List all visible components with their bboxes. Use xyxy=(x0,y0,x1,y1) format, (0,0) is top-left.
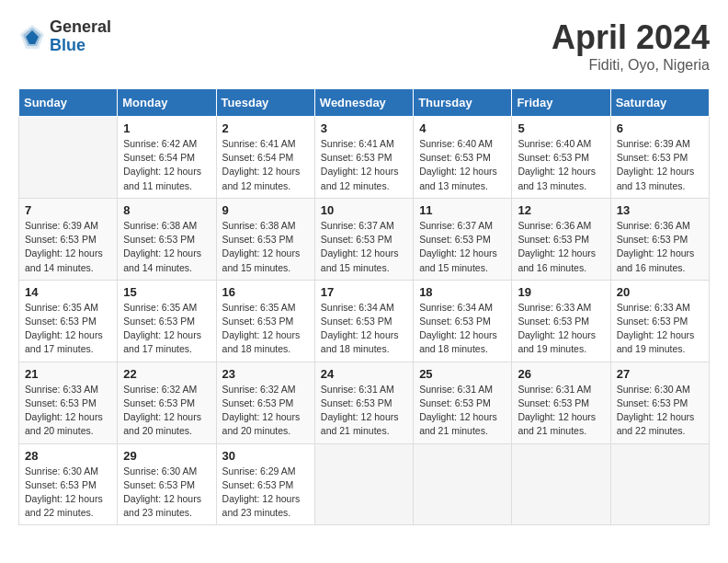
calendar-day-cell: 10Sunrise: 6:37 AMSunset: 6:53 PMDayligh… xyxy=(314,198,413,280)
calendar-header-row: SundayMondayTuesdayWednesdayThursdayFrid… xyxy=(19,89,710,117)
logo: General Blue xyxy=(18,18,111,55)
day-detail: Sunrise: 6:31 AMSunset: 6:53 PMDaylight:… xyxy=(321,383,407,439)
day-number: 5 xyxy=(518,121,604,135)
day-detail: Sunrise: 6:36 AMSunset: 6:53 PMDaylight:… xyxy=(617,219,703,275)
day-detail: Sunrise: 6:33 AMSunset: 6:53 PMDaylight:… xyxy=(25,383,111,439)
day-number: 9 xyxy=(222,203,309,217)
day-number: 15 xyxy=(123,285,210,299)
day-number: 6 xyxy=(617,121,703,135)
day-detail: Sunrise: 6:31 AMSunset: 6:53 PMDaylight:… xyxy=(518,383,604,439)
day-number: 10 xyxy=(321,203,407,217)
logo-icon xyxy=(18,23,46,51)
logo-blue: Blue xyxy=(50,37,111,55)
day-number: 25 xyxy=(419,367,506,381)
page-header: General Blue April 2024 Fiditi, Oyo, Nig… xyxy=(18,18,710,74)
title-block: April 2024 Fiditi, Oyo, Nigeria xyxy=(552,18,710,74)
calendar-week-row: 1Sunrise: 6:42 AMSunset: 6:54 PMDaylight… xyxy=(19,117,710,199)
day-number: 28 xyxy=(25,449,111,463)
calendar-day-cell: 22Sunrise: 6:32 AMSunset: 6:53 PMDayligh… xyxy=(118,362,216,443)
day-number: 29 xyxy=(123,449,210,463)
day-detail: Sunrise: 6:40 AMSunset: 6:53 PMDaylight:… xyxy=(518,137,604,193)
calendar-day-cell: 6Sunrise: 6:39 AMSunset: 6:53 PMDaylight… xyxy=(610,117,709,199)
day-number: 4 xyxy=(419,121,506,135)
day-detail: Sunrise: 6:35 AMSunset: 6:53 PMDaylight:… xyxy=(123,301,210,357)
calendar-day-cell: 19Sunrise: 6:33 AMSunset: 6:53 PMDayligh… xyxy=(512,280,610,362)
day-number: 18 xyxy=(419,285,506,299)
day-detail: Sunrise: 6:36 AMSunset: 6:53 PMDaylight:… xyxy=(518,219,604,275)
calendar-day-cell: 9Sunrise: 6:38 AMSunset: 6:53 PMDaylight… xyxy=(216,198,314,280)
calendar-day-cell: 29Sunrise: 6:30 AMSunset: 6:53 PMDayligh… xyxy=(118,443,216,525)
calendar-day-cell xyxy=(414,443,512,525)
day-number: 3 xyxy=(321,121,407,135)
calendar-day-cell xyxy=(512,443,610,525)
calendar-day-cell: 2Sunrise: 6:41 AMSunset: 6:54 PMDaylight… xyxy=(216,117,314,199)
day-number: 23 xyxy=(222,367,309,381)
day-detail: Sunrise: 6:38 AMSunset: 6:53 PMDaylight:… xyxy=(123,219,210,275)
calendar-day-cell: 25Sunrise: 6:31 AMSunset: 6:53 PMDayligh… xyxy=(414,362,512,443)
location-title: Fiditi, Oyo, Nigeria xyxy=(552,57,710,74)
day-number: 19 xyxy=(518,285,604,299)
calendar-day-cell: 11Sunrise: 6:37 AMSunset: 6:53 PMDayligh… xyxy=(414,198,512,280)
day-detail: Sunrise: 6:37 AMSunset: 6:53 PMDaylight:… xyxy=(321,219,407,275)
calendar-week-row: 21Sunrise: 6:33 AMSunset: 6:53 PMDayligh… xyxy=(19,362,710,443)
day-of-week-header: Wednesday xyxy=(314,89,413,117)
day-number: 30 xyxy=(222,449,309,463)
day-detail: Sunrise: 6:39 AMSunset: 6:53 PMDaylight:… xyxy=(25,219,111,275)
day-of-week-header: Tuesday xyxy=(216,89,314,117)
day-number: 2 xyxy=(222,121,309,135)
day-number: 20 xyxy=(617,285,703,299)
calendar-day-cell: 7Sunrise: 6:39 AMSunset: 6:53 PMDaylight… xyxy=(19,198,118,280)
day-number: 26 xyxy=(518,367,604,381)
day-number: 14 xyxy=(25,285,111,299)
calendar-day-cell: 24Sunrise: 6:31 AMSunset: 6:53 PMDayligh… xyxy=(314,362,413,443)
calendar-day-cell: 28Sunrise: 6:30 AMSunset: 6:53 PMDayligh… xyxy=(19,443,118,525)
day-of-week-header: Sunday xyxy=(19,89,118,117)
calendar-day-cell: 26Sunrise: 6:31 AMSunset: 6:53 PMDayligh… xyxy=(512,362,610,443)
day-detail: Sunrise: 6:41 AMSunset: 6:54 PMDaylight:… xyxy=(222,137,309,193)
calendar-day-cell: 30Sunrise: 6:29 AMSunset: 6:53 PMDayligh… xyxy=(216,443,314,525)
day-of-week-header: Saturday xyxy=(610,89,709,117)
calendar-day-cell xyxy=(19,117,118,199)
calendar-day-cell: 3Sunrise: 6:41 AMSunset: 6:53 PMDaylight… xyxy=(314,117,413,199)
day-detail: Sunrise: 6:35 AMSunset: 6:53 PMDaylight:… xyxy=(25,301,111,357)
day-detail: Sunrise: 6:32 AMSunset: 6:53 PMDaylight:… xyxy=(222,383,309,439)
day-detail: Sunrise: 6:31 AMSunset: 6:53 PMDaylight:… xyxy=(419,383,506,439)
day-of-week-header: Thursday xyxy=(414,89,512,117)
day-detail: Sunrise: 6:29 AMSunset: 6:53 PMDaylight:… xyxy=(222,465,309,521)
day-detail: Sunrise: 6:30 AMSunset: 6:53 PMDaylight:… xyxy=(25,465,111,521)
day-number: 12 xyxy=(518,203,604,217)
day-number: 24 xyxy=(321,367,407,381)
calendar-day-cell: 5Sunrise: 6:40 AMSunset: 6:53 PMDaylight… xyxy=(512,117,610,199)
calendar-day-cell: 27Sunrise: 6:30 AMSunset: 6:53 PMDayligh… xyxy=(610,362,709,443)
day-of-week-header: Monday xyxy=(118,89,216,117)
day-detail: Sunrise: 6:32 AMSunset: 6:53 PMDaylight:… xyxy=(123,383,210,439)
calendar-day-cell: 17Sunrise: 6:34 AMSunset: 6:53 PMDayligh… xyxy=(314,280,413,362)
day-number: 7 xyxy=(25,203,111,217)
day-number: 21 xyxy=(25,367,111,381)
day-number: 27 xyxy=(617,367,703,381)
calendar-day-cell: 1Sunrise: 6:42 AMSunset: 6:54 PMDaylight… xyxy=(118,117,216,199)
day-detail: Sunrise: 6:33 AMSunset: 6:53 PMDaylight:… xyxy=(617,301,703,357)
day-number: 13 xyxy=(617,203,703,217)
calendar-day-cell xyxy=(314,443,413,525)
calendar-day-cell: 4Sunrise: 6:40 AMSunset: 6:53 PMDaylight… xyxy=(414,117,512,199)
calendar-table: SundayMondayTuesdayWednesdayThursdayFrid… xyxy=(18,88,710,525)
calendar-week-row: 14Sunrise: 6:35 AMSunset: 6:53 PMDayligh… xyxy=(19,280,710,362)
day-number: 11 xyxy=(419,203,506,217)
calendar-week-row: 28Sunrise: 6:30 AMSunset: 6:53 PMDayligh… xyxy=(19,443,710,525)
month-title: April 2024 xyxy=(552,18,710,57)
day-detail: Sunrise: 6:40 AMSunset: 6:53 PMDaylight:… xyxy=(419,137,506,193)
day-detail: Sunrise: 6:34 AMSunset: 6:53 PMDaylight:… xyxy=(321,301,407,357)
day-detail: Sunrise: 6:42 AMSunset: 6:54 PMDaylight:… xyxy=(123,137,210,193)
day-detail: Sunrise: 6:38 AMSunset: 6:53 PMDaylight:… xyxy=(222,219,309,275)
calendar-day-cell: 15Sunrise: 6:35 AMSunset: 6:53 PMDayligh… xyxy=(118,280,216,362)
calendar-day-cell: 18Sunrise: 6:34 AMSunset: 6:53 PMDayligh… xyxy=(414,280,512,362)
day-detail: Sunrise: 6:30 AMSunset: 6:53 PMDaylight:… xyxy=(617,383,703,439)
day-of-week-header: Friday xyxy=(512,89,610,117)
calendar-day-cell: 12Sunrise: 6:36 AMSunset: 6:53 PMDayligh… xyxy=(512,198,610,280)
day-detail: Sunrise: 6:30 AMSunset: 6:53 PMDaylight:… xyxy=(123,465,210,521)
logo-general: General xyxy=(50,18,111,37)
day-detail: Sunrise: 6:39 AMSunset: 6:53 PMDaylight:… xyxy=(617,137,703,193)
calendar-day-cell: 20Sunrise: 6:33 AMSunset: 6:53 PMDayligh… xyxy=(610,280,709,362)
day-detail: Sunrise: 6:41 AMSunset: 6:53 PMDaylight:… xyxy=(321,137,407,193)
